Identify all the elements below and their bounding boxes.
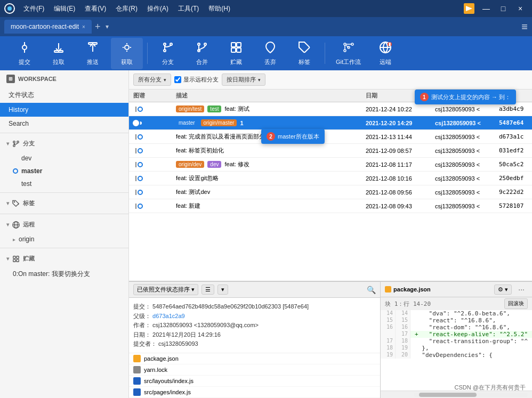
commit-desc-text: 1 bbox=[240, 120, 243, 126]
menu-help[interactable]: 帮助(H) bbox=[204, 2, 235, 15]
commit-tag-badge: master bbox=[176, 119, 198, 126]
hamburger-menu-button[interactable]: ≡ bbox=[521, 21, 528, 33]
toolbar-fetch[interactable]: 获取 bbox=[111, 38, 143, 69]
search-files-icon[interactable]: 🔍 bbox=[367, 286, 376, 294]
sidebar-remote-origin[interactable]: ▸ origin bbox=[0, 233, 128, 246]
parent-row: 父级： d673a1c2a9 bbox=[133, 312, 376, 321]
graph-cell bbox=[129, 176, 172, 181]
sidebar-item-search[interactable]: Search bbox=[0, 117, 128, 131]
commit-rows: origin/testtestfeat: 测试2021-12-24 10:22c… bbox=[129, 102, 532, 281]
discard-label: 丢弃 bbox=[264, 58, 276, 66]
stash-sidebar-icon bbox=[12, 255, 20, 263]
diff-new-line-num: 19 bbox=[396, 345, 410, 352]
diff-file-icon bbox=[385, 286, 391, 293]
maximize-button[interactable]: □ bbox=[496, 3, 511, 14]
svg-point-10 bbox=[164, 50, 166, 52]
sidebar-tags-header[interactable]: ▾ 标签 bbox=[0, 195, 128, 212]
sidebar-branch-test[interactable]: test bbox=[0, 177, 128, 190]
diff-line-content: "react-transition-group": "^ bbox=[410, 338, 532, 345]
sort-by-date-button[interactable]: 按日期排序 ▾ bbox=[222, 74, 265, 86]
diff-new-line-num: 15 bbox=[396, 317, 410, 324]
date-label: 日期： bbox=[133, 331, 151, 338]
date-cell: 2021-12-09 08:57 bbox=[361, 148, 431, 154]
sidebar-remote-header[interactable]: ▾ 远程 bbox=[0, 216, 128, 233]
new-tab-button[interactable]: + bbox=[92, 21, 104, 33]
commit-label: 提交 bbox=[19, 58, 30, 66]
commit-row[interactable]: origin/devdevfeat: 修改2021-12-08 11:17csj… bbox=[129, 158, 532, 172]
workspace-header: ⊞ WORKSPACE bbox=[0, 70, 128, 87]
date-cell: 2021-12-20 14:29 bbox=[361, 120, 431, 126]
toolbar-stash[interactable]: 贮藏 bbox=[220, 38, 252, 69]
file-sort-button[interactable]: 已依照文件状态排序 ▾ bbox=[133, 284, 198, 295]
minimize-button[interactable]: — bbox=[479, 3, 494, 14]
file-item[interactable]: yarn.lock bbox=[129, 364, 380, 376]
diff-chunk-header: 块 1：行 14-20 回滚块 bbox=[381, 297, 532, 310]
sidebar-stash-item[interactable]: 0:On master: 我要切换分支 bbox=[0, 267, 128, 281]
menu-action[interactable]: 操作(A) bbox=[143, 2, 173, 15]
rollback-chunk-button[interactable]: 回滚块 bbox=[504, 298, 528, 309]
graph-cell bbox=[129, 107, 172, 112]
sidebar-stash-header[interactable]: ▾ 贮藏 bbox=[0, 250, 128, 267]
sidebar-branch-master[interactable]: master bbox=[0, 165, 128, 177]
diff-more-button[interactable]: ··· bbox=[515, 284, 528, 295]
graph-cell bbox=[129, 134, 172, 140]
commit-row[interactable]: feat: 标签页初始化2021-12-09 08:57csj132805909… bbox=[129, 144, 532, 158]
menu-repo[interactable]: 仓库(R) bbox=[111, 2, 142, 15]
toolbar-remote[interactable]: ! 远端 bbox=[369, 38, 401, 69]
sidebar-item-file-status[interactable]: 文件状态 bbox=[0, 87, 128, 103]
show-remote-checkbox[interactable]: 显示远程分支 bbox=[174, 76, 219, 84]
menu-edit[interactable]: 编辑(E) bbox=[50, 2, 79, 15]
diff-h-scrollbar[interactable] bbox=[414, 393, 528, 397]
toolbar-merge[interactable]: 合并 bbox=[186, 38, 218, 69]
file-item[interactable]: package.json bbox=[129, 353, 380, 364]
commit-row[interactable]: feat: 完成首页以及看漫画页面部分内容2021-12-13 11:44csj… bbox=[129, 130, 532, 144]
commit-row[interactable]: feat: 新建2021-12-08 09:43csj1328059093 <5… bbox=[129, 199, 532, 213]
merge-icon bbox=[196, 41, 208, 56]
commit-row[interactable]: feat: 测试dev2021-12-08 09:56csj1328059093… bbox=[129, 185, 532, 199]
toolbar-tag[interactable]: 标签 bbox=[288, 38, 320, 69]
diff-panel: package.json ⚙ ▾ ··· 块 1：行 14-20 回滚块 bbox=[381, 282, 532, 398]
toolbar-discard[interactable]: 丢弃 bbox=[254, 38, 286, 69]
all-branches-button[interactable]: 所有分支 ▾ bbox=[133, 74, 171, 86]
active-tab[interactable]: moon-cartoon-react-edit × bbox=[4, 20, 92, 34]
file-item[interactable]: src/layouts/index.js bbox=[129, 376, 380, 387]
commit-row[interactable]: masterorigin/master12021-12-20 14:29csj1… bbox=[129, 116, 532, 130]
toolbar-branch[interactable]: 分支 bbox=[152, 38, 184, 69]
branches-label: 分支 bbox=[23, 140, 35, 148]
remote-label: 远端 bbox=[380, 58, 391, 66]
list-view-button2[interactable]: ▾ bbox=[217, 285, 228, 295]
menu-tools[interactable]: 工具(T) bbox=[174, 2, 203, 15]
sidebar-branch-dev[interactable]: dev bbox=[0, 152, 128, 165]
menu-view[interactable]: 查看(V) bbox=[80, 2, 110, 15]
main-toolbar: 提交 拉取 推送 获取 bbox=[0, 36, 532, 70]
svg-point-23 bbox=[344, 50, 346, 52]
tab-close-button[interactable]: × bbox=[82, 24, 85, 30]
commit-hash-cell: 50ca5c2 bbox=[495, 161, 532, 168]
list-view-button[interactable]: ☰ bbox=[201, 285, 214, 295]
date-cell: 2021-12-08 09:43 bbox=[361, 203, 431, 209]
diff-settings-button[interactable]: ⚙ ▾ bbox=[494, 285, 512, 295]
sidebar-branches-header[interactable]: ▾ 分支 bbox=[0, 135, 128, 152]
commit-row[interactable]: feat: 设置git忽略2021-12-08 10:16csj13280590… bbox=[129, 172, 532, 185]
header-desc: 描述 bbox=[172, 92, 361, 100]
changed-files-list: package.jsonyarn.locksrc/layouts/index.j… bbox=[129, 353, 380, 398]
toolbar-pull[interactable]: 拉取 bbox=[43, 38, 75, 69]
menu-file[interactable]: 文件(F) bbox=[19, 2, 49, 15]
commit-hash-cell: 031edf2 bbox=[495, 147, 532, 154]
sidebar-item-history[interactable]: History bbox=[0, 103, 128, 117]
diff-scroll-bar[interactable] bbox=[381, 391, 532, 398]
graph-cell bbox=[129, 120, 172, 126]
tab-dropdown-button[interactable]: ▾ bbox=[103, 23, 111, 30]
show-remote-input[interactable] bbox=[174, 76, 181, 83]
parent-hash-link[interactable]: d673a1c2a9 bbox=[152, 313, 185, 319]
branch-dev-label: dev bbox=[21, 155, 31, 162]
file-name-text: yarn.lock bbox=[144, 367, 167, 373]
author-cell: csj1328059093 < bbox=[431, 134, 495, 140]
toolbar-commit[interactable]: 提交 bbox=[9, 38, 41, 69]
bottom-left-toolbar: 已依照文件状态排序 ▾ ☰ ▾ 🔍 bbox=[129, 282, 380, 298]
toolbar-gitflow[interactable]: Git工作流 bbox=[329, 38, 367, 69]
branch-icon bbox=[162, 41, 174, 56]
toolbar-push[interactable]: 推送 bbox=[77, 38, 109, 69]
file-item[interactable]: src/pages/index.js bbox=[129, 387, 380, 398]
close-button[interactable]: × bbox=[513, 3, 528, 14]
